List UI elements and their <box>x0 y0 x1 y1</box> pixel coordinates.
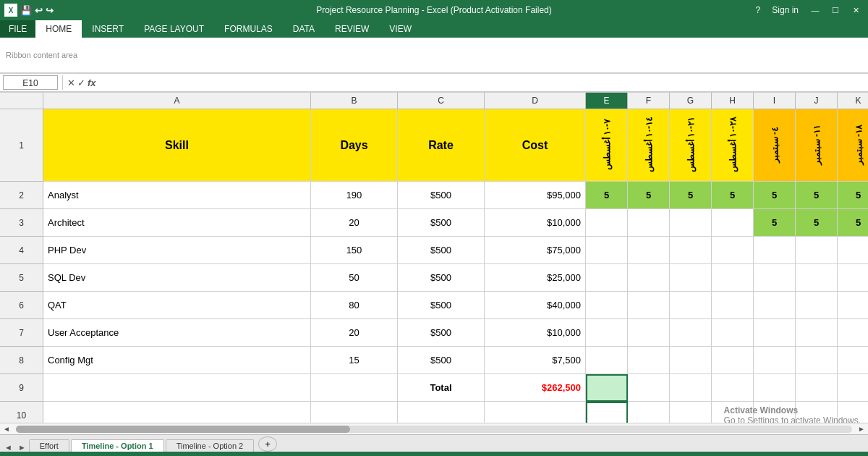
cell-k6[interactable] <box>838 292 868 319</box>
cell-h7[interactable] <box>712 319 754 347</box>
cell-g4[interactable] <box>670 237 712 264</box>
help-button[interactable]: ? <box>752 5 765 15</box>
scroll-right[interactable]: ► <box>855 425 868 433</box>
cell-e7[interactable] <box>586 319 628 347</box>
cell-g2[interactable]: 5 <box>670 182 712 209</box>
tab-review[interactable]: REVIEW <box>325 20 379 38</box>
cell-d9-total-value[interactable]: $262,500 <box>485 374 586 402</box>
cell-e9[interactable] <box>586 374 628 402</box>
cell-d3[interactable]: $10,000 <box>485 209 586 237</box>
col-header-k[interactable]: K <box>838 93 868 109</box>
cancel-formula-icon[interactable]: ✕ <box>67 77 75 88</box>
cell-i3[interactable]: 5 <box>754 209 796 237</box>
cell-j1-date6[interactable]: ١١- سبتمبر <box>796 109 838 182</box>
cell-b6[interactable]: 80 <box>311 292 398 319</box>
tab-nav-right[interactable]: ► <box>15 443 29 452</box>
cell-k8[interactable] <box>838 347 868 374</box>
cell-k5[interactable] <box>838 264 868 292</box>
fx-icon[interactable]: fx <box>88 77 96 88</box>
cell-f6[interactable] <box>628 292 670 319</box>
cell-b2[interactable]: 190 <box>311 182 398 209</box>
cell-k7[interactable] <box>838 319 868 347</box>
cell-a4[interactable]: PHP Dev <box>43 237 311 264</box>
cell-g8[interactable] <box>670 347 712 374</box>
cell-c2[interactable]: $500 <box>398 182 485 209</box>
cell-e4[interactable] <box>586 237 628 264</box>
cell-f1-date2[interactable]: ١٤-١٠ أغسطس <box>628 109 670 182</box>
cell-b9[interactable] <box>311 374 398 402</box>
cell-c8[interactable]: $500 <box>398 347 485 374</box>
tab-insert[interactable]: INSERT <box>82 20 134 38</box>
cell-h4[interactable] <box>712 237 754 264</box>
close-button[interactable]: ✕ <box>846 0 865 20</box>
scroll-left[interactable]: ◄ <box>0 425 13 433</box>
cell-j5[interactable] <box>796 264 838 292</box>
cell-d7[interactable]: $10,000 <box>485 319 586 347</box>
name-box[interactable]: E10 <box>3 75 58 90</box>
cell-h2[interactable]: 5 <box>712 182 754 209</box>
cell-f2[interactable]: 5 <box>628 182 670 209</box>
cell-b7[interactable]: 20 <box>311 319 398 347</box>
formula-input[interactable] <box>99 77 868 88</box>
cell-k4[interactable] <box>838 237 868 264</box>
cell-b3[interactable]: 20 <box>311 209 398 237</box>
cell-k2[interactable]: 5 <box>838 182 868 209</box>
cell-i4[interactable] <box>754 237 796 264</box>
col-header-j[interactable]: J <box>796 93 838 109</box>
cell-j7[interactable] <box>796 319 838 347</box>
cell-f4[interactable] <box>628 237 670 264</box>
cell-h5[interactable] <box>712 264 754 292</box>
tab-view[interactable]: VIEW <box>379 20 422 38</box>
cell-i6[interactable] <box>754 292 796 319</box>
sheet-tab-effort[interactable]: Effort <box>29 439 69 452</box>
cell-d4[interactable]: $75,000 <box>485 237 586 264</box>
cell-a3[interactable]: Architect <box>43 209 311 237</box>
sheet-tab-timeline2[interactable]: Timeline - Option 2 <box>166 439 255 452</box>
cell-g9[interactable] <box>670 374 712 402</box>
cell-k1-date7[interactable]: ١٨- سبتمبر <box>838 109 868 182</box>
scrollbar-track[interactable] <box>16 426 852 433</box>
cell-i8[interactable] <box>754 347 796 374</box>
cell-h3[interactable] <box>712 209 754 237</box>
cell-a2[interactable]: Analyst <box>43 182 311 209</box>
cell-c5[interactable]: $500 <box>398 264 485 292</box>
tab-data[interactable]: DATA <box>283 20 325 38</box>
cell-i7[interactable] <box>754 319 796 347</box>
cell-d1-cost[interactable]: Cost <box>485 109 586 182</box>
cell-e3[interactable] <box>586 209 628 237</box>
col-header-e[interactable]: E <box>586 93 628 109</box>
cell-j8[interactable] <box>796 347 838 374</box>
cell-e5[interactable] <box>586 264 628 292</box>
cell-e6[interactable] <box>586 292 628 319</box>
sign-in[interactable]: Sign in <box>766 5 804 15</box>
cell-d8[interactable]: $7,500 <box>485 347 586 374</box>
tab-formulas[interactable]: FORMULAS <box>214 20 283 38</box>
quick-access-redo[interactable]: ↪ <box>46 5 54 16</box>
cell-a5[interactable]: SQL Dev <box>43 264 311 292</box>
cell-h6[interactable] <box>712 292 754 319</box>
cell-b4[interactable]: 150 <box>311 237 398 264</box>
restore-button[interactable]: ☐ <box>826 0 845 20</box>
tab-nav-left[interactable]: ◄ <box>1 443 15 452</box>
sheet-tab-timeline1[interactable]: Timeline - Option 1 <box>71 439 164 452</box>
cell-a7[interactable]: User Acceptance <box>43 319 311 347</box>
cell-j9[interactable] <box>796 374 838 402</box>
cell-g5[interactable] <box>670 264 712 292</box>
cell-j3[interactable]: 5 <box>796 209 838 237</box>
cell-k3[interactable]: 5 <box>838 209 868 237</box>
cell-i5[interactable] <box>754 264 796 292</box>
cell-d6[interactable]: $40,000 <box>485 292 586 319</box>
cell-a9[interactable] <box>43 374 311 402</box>
confirm-formula-icon[interactable]: ✓ <box>77 77 85 88</box>
col-header-a[interactable]: A <box>43 93 311 109</box>
cell-e8[interactable] <box>586 347 628 374</box>
cell-j4[interactable] <box>796 237 838 264</box>
cell-h9[interactable] <box>712 374 754 402</box>
quick-access-save[interactable]: 💾 <box>20 5 32 16</box>
col-header-c[interactable]: C <box>398 93 485 109</box>
tab-home[interactable]: HOME <box>35 20 82 38</box>
cell-j6[interactable] <box>796 292 838 319</box>
cell-a8[interactable]: Config Mgt <box>43 347 311 374</box>
col-header-h[interactable]: H <box>712 93 754 109</box>
col-header-i[interactable]: I <box>754 93 796 109</box>
